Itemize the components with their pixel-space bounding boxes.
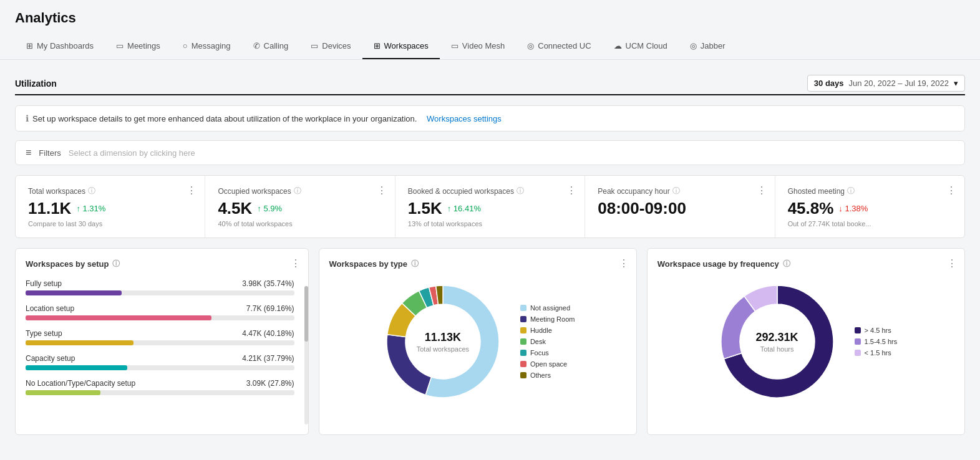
metric-info-icon: ⓘ: [847, 186, 855, 196]
ucm-cloud-icon: ☁: [614, 41, 622, 50]
tab-meetings[interactable]: ▭Meetings: [105, 34, 172, 59]
metric-change: ↑ 1.31%: [76, 204, 105, 213]
metric-card: Total workspaces ⓘ 11.1K↑ 1.31% Compare …: [16, 176, 205, 237]
filter-icon: ≡: [26, 147, 31, 158]
metric-info-icon: ⓘ: [294, 186, 301, 196]
metric-value: 45.8%↓ 1.38%: [788, 199, 952, 218]
metric-change: ↓ 1.38%: [838, 204, 868, 213]
legend-label: > 4.5 hrs: [865, 327, 891, 334]
connected-uc-label: Connected UC: [538, 41, 591, 50]
setup-item-name: No Location/Type/Capacity setup: [26, 379, 135, 388]
tab-jabber[interactable]: ◎Jabber: [679, 34, 737, 59]
setup-bar-bg: [26, 315, 294, 320]
chart-setup-more[interactable]: ⋮: [291, 257, 301, 269]
donut-type-chart: 11.13K Total workspaces: [381, 279, 505, 404]
tab-devices[interactable]: ▭Devices: [299, 34, 362, 59]
legend-item: < 1.5 hrs: [855, 349, 898, 357]
tab-workspaces[interactable]: ⊞Workspaces: [362, 34, 440, 59]
metric-change: ↑ 5.9%: [257, 204, 282, 213]
page-title: Analytics: [15, 10, 965, 26]
setup-item-label: Type setup 4.47K (40.18%): [26, 329, 294, 338]
metric-title: Booked & occupied workspaces ⓘ: [408, 186, 572, 196]
legend-label: Desk: [530, 338, 546, 345]
metric-title: Ghosted meeting ⓘ: [788, 186, 952, 196]
tab-messaging[interactable]: ○Messaging: [172, 34, 242, 59]
tab-calling[interactable]: ✆Calling: [242, 34, 300, 59]
setup-item-label: No Location/Type/Capacity setup 3.09K (2…: [26, 379, 294, 388]
metric-more-button[interactable]: ⋮: [187, 184, 197, 196]
metric-value: 08:00-09:00: [598, 199, 762, 218]
setup-item-value: 3.98K (35.74%): [242, 279, 294, 288]
meetings-label: Meetings: [127, 41, 160, 50]
workspace-settings-link[interactable]: Workspaces settings: [427, 114, 502, 123]
metric-more-button[interactable]: ⋮: [377, 184, 387, 196]
legend-item: Focus: [520, 349, 575, 357]
calling-label: Calling: [264, 41, 289, 50]
legend-item: Not assigned: [520, 304, 575, 312]
legend-item: Others: [520, 371, 575, 379]
legend-dot: [520, 305, 526, 311]
jabber-label: Jabber: [701, 41, 725, 50]
metric-number: 08:00-09:00: [598, 199, 686, 218]
chart-setup-title: Workspaces by setup ⓘ: [26, 259, 298, 269]
metric-value: 1.5K↑ 16.41%: [408, 199, 572, 218]
video-mesh-icon: ▭: [451, 41, 458, 50]
metric-number: 1.5K: [408, 199, 442, 218]
metric-info-icon: ⓘ: [517, 186, 524, 196]
legend-label: Open space: [530, 360, 567, 368]
chevron-down-icon: ▾: [954, 79, 958, 88]
tab-my-dashboards[interactable]: ⊞My Dashboards: [15, 34, 105, 59]
metric-info-icon: ⓘ: [672, 186, 680, 196]
info-banner: ℹ Set up workspace details to get more e…: [15, 105, 965, 132]
metric-change: ↑ 16.41%: [447, 204, 481, 213]
legend-item: Meeting Room: [520, 315, 575, 323]
tab-video-mesh[interactable]: ▭Video Mesh: [440, 34, 516, 59]
legend-dot: [855, 350, 861, 356]
filters-placeholder: Select a dimension by clicking here: [69, 148, 195, 158]
metric-title: Occupied workspaces ⓘ: [218, 186, 382, 196]
date-range-days: 30 days: [814, 79, 844, 88]
chart-workspaces-by-setup: Workspaces by setup ⓘ ⋮ Fully setup 3.98…: [15, 248, 309, 435]
legend-label: Others: [530, 371, 551, 379]
date-range-selector[interactable]: 30 days Jun 20, 2022 – Jul 19, 2022 ▾: [807, 75, 965, 92]
chart-freq-info-icon: ⓘ: [783, 259, 790, 269]
donut-type-label: 11.13K Total workspaces: [417, 331, 469, 353]
devices-label: Devices: [322, 41, 351, 50]
chart-freq-more[interactable]: ⋮: [947, 257, 957, 269]
connected-uc-icon: ◎: [527, 41, 534, 50]
metric-more-button[interactable]: ⋮: [946, 184, 957, 196]
setup-bar-bg: [26, 340, 294, 345]
setup-bar-fill: [26, 365, 127, 370]
tab-ucm-cloud[interactable]: ☁UCM Cloud: [603, 34, 679, 59]
metric-number: 4.5K: [218, 199, 252, 218]
donut-type-value: 11.13K: [417, 331, 469, 344]
metric-card: Occupied workspaces ⓘ 4.5K↑ 5.9% 40% of …: [205, 176, 395, 237]
legend-label: Huddle: [530, 327, 552, 334]
donut-freq-chart: 292.31K Total hours: [715, 279, 840, 404]
workspaces-icon: ⊞: [374, 41, 381, 50]
tab-connected-uc[interactable]: ◎Connected UC: [516, 34, 602, 59]
donut-freq-label: 292.31K Total hours: [756, 331, 798, 353]
setup-item-name: Type setup: [26, 329, 62, 338]
filters-bar[interactable]: ≡ Filters Select a dimension by clicking…: [15, 140, 965, 165]
metric-more-button[interactable]: ⋮: [757, 184, 767, 196]
metric-subtitle: Out of 27.74K total booke...: [788, 220, 952, 228]
metric-more-button[interactable]: ⋮: [566, 184, 577, 196]
legend-dot: [520, 372, 526, 378]
utilization-label: Utilization: [15, 79, 57, 89]
calling-icon: ✆: [253, 41, 260, 50]
utilization-header: Utilization 30 days Jun 20, 2022 – Jul 1…: [15, 70, 965, 95]
setup-bar-bg: [26, 290, 294, 295]
metric-info-icon: ⓘ: [88, 186, 95, 196]
messaging-label: Messaging: [192, 41, 231, 50]
metric-subtitle: Compare to last 30 days: [28, 220, 192, 228]
donut-type-sub: Total workspaces: [417, 345, 469, 353]
setup-item-label: Capacity setup 4.21K (37.79%): [26, 354, 294, 363]
legend-label: < 1.5 hrs: [865, 349, 891, 357]
legend-item: > 4.5 hrs: [855, 327, 898, 334]
chart-type-more[interactable]: ⋮: [619, 257, 629, 269]
setup-item-value: 4.47K (40.18%): [242, 329, 294, 338]
setup-bar-fill: [26, 315, 211, 320]
legend-item: Desk: [520, 338, 575, 345]
setup-item-value: 4.21K (37.79%): [242, 354, 294, 363]
